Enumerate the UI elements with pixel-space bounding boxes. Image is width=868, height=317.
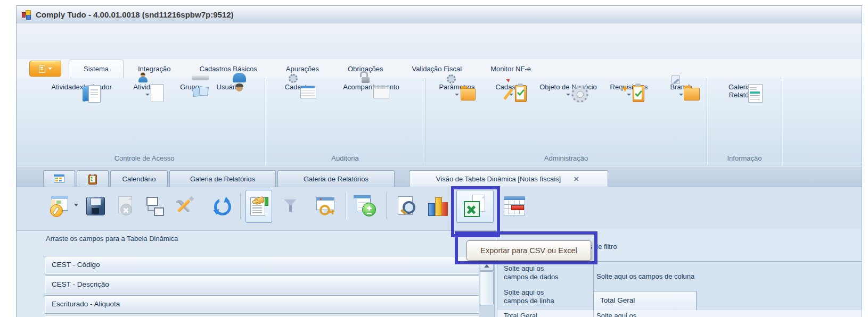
- delete-button[interactable]: [113, 190, 138, 222]
- ribbon-tab-sistema[interactable]: Sistema: [69, 60, 124, 78]
- document-magnifier-icon: [396, 196, 416, 216]
- menu-lines-icon: [39, 65, 45, 72]
- ribbon-button-cadastros[interactable]: Cadastros: [486, 82, 536, 96]
- triangle-up-icon: [484, 264, 489, 268]
- ribbon-body: AtividadexIndicador Atividade: [17, 78, 862, 165]
- dropdown-arrow-icon: [145, 94, 150, 96]
- ribbon-tab-apuracoes[interactable]: Apurações: [272, 60, 333, 78]
- window-title: Comply Tudo - 4.00.01.0018 (snd11216spbw…: [36, 10, 234, 19]
- app-icon: [22, 10, 31, 19]
- document-tab-strip: Calendário Galeria de Relatórios Galeria…: [17, 166, 862, 187]
- expand-collapse-button[interactable]: [350, 190, 380, 222]
- close-tab-icon[interactable]: ×: [574, 174, 581, 183]
- app-window: Comply Tudo - 4.00.01.0018 (snd11216spbw…: [16, 5, 862, 317]
- ribbon-tab-validacao-fiscal[interactable]: Validação Fiscal: [397, 60, 476, 78]
- ribbon-button-atividade[interactable]: Atividade: [125, 82, 170, 96]
- funnel-icon: [282, 196, 298, 215]
- drag-fields-hint: Arraste os campos para a Tabela Dinâmica: [46, 235, 178, 243]
- prefilter-button[interactable]: [312, 190, 340, 222]
- ribbon-button-parametros[interactable]: Parâmetros: [431, 82, 483, 96]
- ribbon-button-acompanhamento[interactable]: Acompanhamento: [326, 82, 416, 91]
- ribbon-button-usuario[interactable]: Usuário: [209, 82, 248, 91]
- customize-pivot-button[interactable]: [43, 190, 80, 222]
- document-tab-dashboard[interactable]: [43, 170, 75, 187]
- options-button[interactable]: [170, 190, 198, 222]
- hierarchy-icon: [143, 196, 163, 216]
- ribbon-button-requisicoes[interactable]: Requisições: [600, 82, 658, 96]
- ribbon-group-caption: Informação: [707, 154, 782, 162]
- field-list-item[interactable]: [45, 315, 485, 317]
- scrollbar-thumb[interactable]: [480, 271, 494, 305]
- grand-total-row-label: Total Geral: [504, 312, 537, 317]
- screenshot-root: Comply Tudo - 4.00.01.0018 (snd11216spbw…: [0, 0, 868, 317]
- toolbar-separator: [240, 193, 241, 219]
- print-preview-button[interactable]: [392, 190, 420, 222]
- application-menu-button[interactable]: [29, 61, 61, 77]
- document-tab-galeria-1[interactable]: Galeria de Relatórios: [169, 170, 276, 187]
- form-background: [17, 23, 862, 59]
- field-list-item[interactable]: CEST - Descrição: [45, 276, 485, 294]
- field-list-item[interactable]: CEST - Código: [45, 256, 485, 274]
- save-icon: [86, 197, 104, 215]
- ribbon-group-informacao: Galeria de Relatórios Informação: [707, 78, 782, 165]
- toolbar-separator: [386, 193, 387, 219]
- retrieve-layout-button[interactable]: [140, 190, 167, 222]
- column-area-hint[interactable]: Solte aqui os campos de coluna: [596, 272, 694, 281]
- clipboard-icon: [88, 174, 97, 184]
- document-tab-galeria-2[interactable]: Galeria de Relatórios: [277, 170, 395, 187]
- ribbon-button-cadastro[interactable]: Cadastro: [274, 82, 323, 91]
- data-area-hint[interactable]: Solte aqui os campos de dados: [504, 264, 568, 281]
- ribbon-button-branch[interactable]: Branch: [661, 82, 701, 96]
- grand-total-column-header[interactable]: Total Geral: [593, 291, 697, 311]
- show-filter-button[interactable]: [280, 190, 301, 222]
- hide-totals-button[interactable]: [500, 190, 529, 222]
- save-layout-button[interactable]: [81, 190, 109, 222]
- ribbon-tab-monitor-nfe[interactable]: Monitor NF-e: [476, 60, 545, 78]
- ribbon-button-galeria-de-relatorios[interactable]: Galeria de Relatórios: [715, 82, 774, 99]
- bottom-divider: [593, 310, 594, 317]
- title-bar[interactable]: Comply Tudo - 4.00.01.0018 (snd11216spbw…: [17, 6, 862, 23]
- pivot-toolbar: [17, 187, 862, 231]
- field-chooser-button[interactable]: [245, 190, 272, 223]
- dropdown-arrow-icon: [74, 204, 78, 206]
- toolbar-separator: [346, 193, 346, 219]
- document-tab-visao-tabela-dinamica[interactable]: Visão de Tabela Dinâmica [Notas fiscais]…: [409, 170, 608, 187]
- tooltip: Exportar para CSV ou Excel: [466, 240, 591, 261]
- field-chooser-icon: [249, 196, 268, 216]
- field-list-scrollbar[interactable]: [479, 260, 495, 317]
- field-list-item[interactable]: Escriturado - Aliquota: [45, 295, 485, 314]
- ribbon-group-auditoria: Cadastro Acompanhamento Auditoria: [265, 78, 425, 165]
- tools-icon: [174, 196, 194, 216]
- bar-chart-icon: [427, 196, 449, 216]
- ribbon-button-objeto-de-negocio[interactable]: Objeto de Negócio: [539, 82, 597, 96]
- drop-items-hint: Solte aqui os: [596, 312, 636, 317]
- ribbon-group-caption: Administração: [425, 154, 707, 162]
- ribbon-group-administracao: Parâmetros Cadastros: [425, 78, 707, 165]
- document-delete-icon: [116, 196, 135, 215]
- row-area-hint[interactable]: Solte aqui os campos de linha: [504, 288, 568, 305]
- pivot-workspace: Arraste os campos para a Tabela Dinâmica…: [17, 231, 862, 317]
- document-tab-tasks[interactable]: [77, 170, 109, 187]
- dropdown-arrow-icon: [455, 94, 459, 96]
- window-key-icon: [315, 196, 337, 215]
- annotation-box-excel-button: [451, 186, 500, 237]
- refresh-button[interactable]: [208, 190, 235, 222]
- ribbon-group-caption: Auditoria: [265, 154, 425, 162]
- ribbon-button-grupo[interactable]: Grupo: [173, 82, 206, 91]
- ribbon-group-controle-de-acesso: AtividadexIndicador Atividade: [24, 78, 265, 165]
- dropdown-arrow-icon: [566, 94, 570, 96]
- pivot-header-area: Solte aqui os campos de dados Solte aqui…: [497, 261, 862, 311]
- dropdown-arrow-icon: [679, 94, 683, 96]
- refresh-icon: [212, 196, 231, 215]
- pivot-expand-icon: [354, 195, 376, 216]
- chevron-down-icon: [48, 68, 52, 70]
- pivot-customize-icon: [50, 195, 73, 217]
- dropdown-arrow-icon: [627, 94, 631, 96]
- document-tab-calendario[interactable]: Calendário: [110, 170, 168, 187]
- table-totals-icon: [504, 196, 525, 215]
- ribbon-tab-integracao[interactable]: Integração: [124, 60, 185, 78]
- ribbon-button-atividadexindicador[interactable]: AtividadexIndicador: [41, 82, 122, 91]
- show-chart-button[interactable]: [423, 190, 453, 222]
- grid-tiles-icon: [54, 174, 64, 183]
- ribbon-group-caption: Controle de Acesso: [24, 154, 265, 162]
